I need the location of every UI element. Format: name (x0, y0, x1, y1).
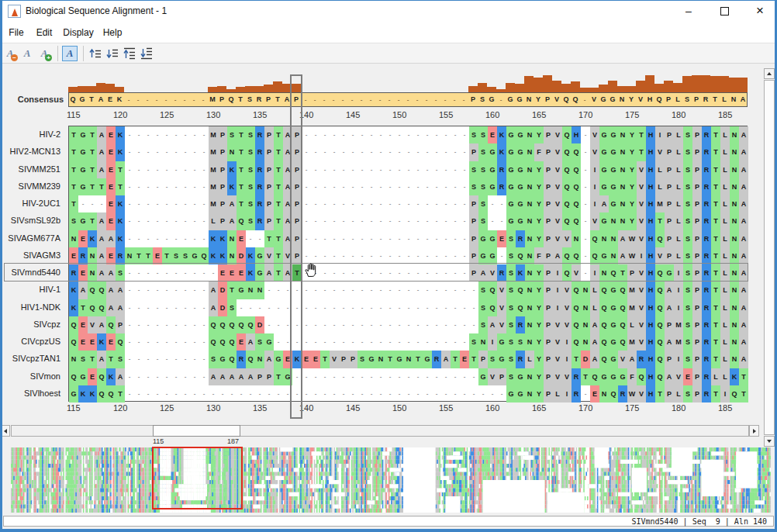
gap-cell[interactable]: - (348, 333, 357, 351)
gap-cell[interactable]: - (255, 385, 264, 402)
gap-cell[interactable]: - (162, 178, 171, 195)
gap-cell[interactable]: - (302, 143, 311, 161)
residue-cell[interactable]: F (627, 368, 637, 385)
row-label[interactable]: SIVMM239 (0, 178, 64, 195)
gap-cell[interactable]: - (302, 178, 311, 195)
residue-cell[interactable]: Q (599, 282, 609, 299)
gap-cell[interactable]: - (143, 316, 153, 333)
residue-cell[interactable]: R (516, 316, 525, 333)
consensus-cell[interactable]: - (171, 93, 180, 106)
residue-cell[interactable]: P (544, 143, 553, 161)
residue-cell[interactable]: L (720, 230, 730, 247)
gap-cell[interactable]: - (134, 161, 143, 178)
residue-cell[interactable]: A (209, 282, 218, 299)
gap-cell[interactable]: - (423, 368, 432, 385)
residue-cell[interactable]: K (730, 368, 739, 385)
gap-cell[interactable]: - (88, 195, 97, 212)
residue-cell[interactable]: P (116, 316, 125, 333)
residue-cell[interactable]: T (572, 351, 581, 368)
residue-cell[interactable]: S (469, 333, 478, 351)
residue-cell[interactable]: R (702, 368, 711, 385)
residue-cell[interactable]: S (506, 351, 516, 368)
residue-cell[interactable]: N (609, 230, 618, 247)
residue-cell[interactable]: E (683, 368, 692, 385)
gap-cell[interactable]: - (190, 126, 199, 143)
residue-cell[interactable]: Y (534, 178, 544, 195)
residue-cell[interactable]: S (246, 178, 255, 195)
gap-cell[interactable]: - (274, 299, 283, 316)
residue-cell[interactable]: Y (627, 212, 637, 230)
gap-cell[interactable]: - (330, 299, 339, 316)
residue-cell[interactable]: N (730, 316, 739, 333)
residue-cell[interactable]: A (116, 368, 125, 385)
consensus-cell[interactable]: Q (654, 93, 664, 106)
residue-cell[interactable]: V (553, 316, 562, 333)
residue-cell[interactable]: E (488, 126, 497, 143)
residue-cell[interactable]: S (469, 161, 478, 178)
residue-cell[interactable]: N (730, 195, 739, 212)
residue-cell[interactable]: P (218, 195, 227, 212)
gap-cell[interactable]: - (367, 143, 376, 161)
residue-cell[interactable]: S (478, 282, 488, 299)
gap-cell[interactable]: - (143, 126, 153, 143)
residue-cell[interactable]: V (562, 282, 572, 299)
residue-cell[interactable]: G (488, 230, 497, 247)
residue-cell[interactable]: E (497, 230, 506, 247)
residue-cell[interactable]: Q (655, 230, 665, 247)
gap-cell[interactable]: - (404, 161, 413, 178)
consensus-cell[interactable]: L (720, 93, 729, 106)
gap-cell[interactable]: - (460, 161, 469, 178)
residue-cell[interactable]: M (674, 333, 683, 351)
consensus-cell[interactable]: V (636, 93, 645, 106)
gap-cell[interactable]: - (311, 299, 320, 316)
gap-cell[interactable]: - (134, 178, 143, 195)
residue-cell[interactable]: I (562, 385, 572, 402)
v-scrollbar[interactable] (764, 68, 775, 447)
residue-cell[interactable]: N (618, 195, 627, 212)
residue-cell[interactable]: Q (237, 316, 246, 333)
residue-cell[interactable]: R (516, 230, 525, 247)
gap-cell[interactable]: - (357, 143, 367, 161)
residue-cell[interactable]: S (683, 351, 692, 368)
residue-cell[interactable]: T (88, 143, 97, 161)
consensus-cell[interactable]: A (738, 93, 748, 106)
residue-cell[interactable]: N (525, 143, 534, 161)
residue-cell[interactable]: L (720, 368, 730, 385)
residue-cell[interactable]: P (469, 195, 478, 212)
gap-cell[interactable]: - (153, 351, 162, 368)
residue-cell[interactable]: V (553, 126, 562, 143)
consensus-cell[interactable]: - (124, 93, 133, 106)
residue-cell[interactable]: P (692, 282, 702, 299)
gap-cell[interactable]: - (339, 282, 348, 299)
residue-cell[interactable]: E (590, 385, 599, 402)
gap-cell[interactable]: - (451, 333, 460, 351)
residue-cell[interactable]: R (702, 195, 711, 212)
residue-cell[interactable]: G (516, 195, 525, 212)
gap-cell[interactable]: - (432, 212, 441, 230)
residue-cell[interactable]: E (106, 126, 116, 143)
gap-cell[interactable]: - (153, 161, 162, 178)
gap-cell[interactable]: - (209, 385, 218, 402)
residue-cell[interactable]: P (264, 195, 274, 212)
residue-cell[interactable]: Q (227, 333, 237, 351)
gap-cell[interactable]: - (376, 143, 385, 161)
residue-cell[interactable]: P (692, 161, 702, 178)
gap-cell[interactable]: - (190, 212, 199, 230)
residue-cell[interactable]: N (525, 316, 534, 333)
residue-cell[interactable]: P (692, 195, 702, 212)
gap-cell[interactable]: - (423, 385, 432, 402)
residue-cell[interactable]: G (237, 282, 246, 299)
gap-cell[interactable]: - (143, 282, 153, 299)
gap-cell[interactable]: - (143, 333, 153, 351)
residue-cell[interactable]: S (683, 385, 692, 402)
gap-cell[interactable]: - (367, 212, 376, 230)
residue-cell[interactable]: G (609, 282, 618, 299)
residue-cell[interactable]: Q (562, 143, 572, 161)
gap-cell[interactable]: - (199, 299, 209, 316)
gap-cell[interactable]: - (367, 385, 376, 402)
residue-cell[interactable]: I (674, 282, 683, 299)
residue-cell[interactable]: P (544, 299, 553, 316)
gap-cell[interactable]: - (330, 161, 339, 178)
residue-cell[interactable]: L (720, 282, 730, 299)
residue-cell[interactable]: Y (627, 161, 637, 178)
